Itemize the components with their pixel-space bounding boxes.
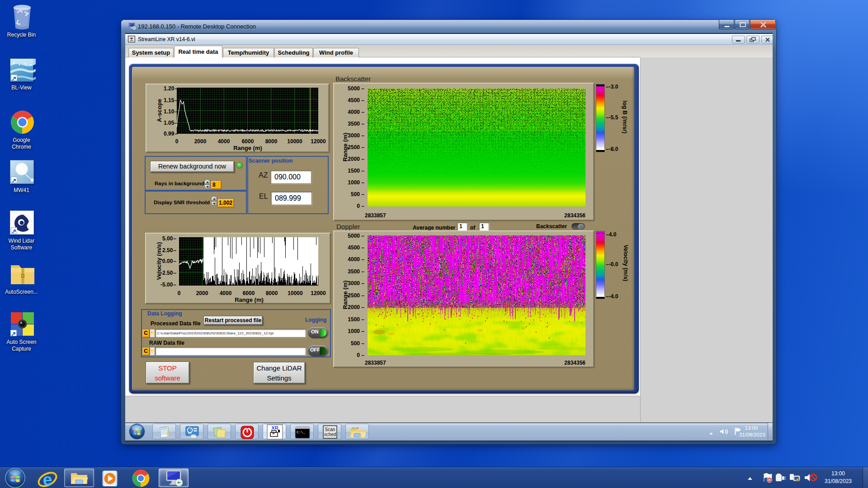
svg-text:Scan: Scan — [325, 427, 335, 432]
svg-text:XR: XR — [271, 425, 278, 431]
svg-text:sched: sched — [324, 432, 336, 437]
svg-text:e: e — [43, 470, 52, 488]
svg-text:C:\_: C:\_ — [297, 430, 305, 434]
svg-text:!: ! — [798, 478, 799, 481]
